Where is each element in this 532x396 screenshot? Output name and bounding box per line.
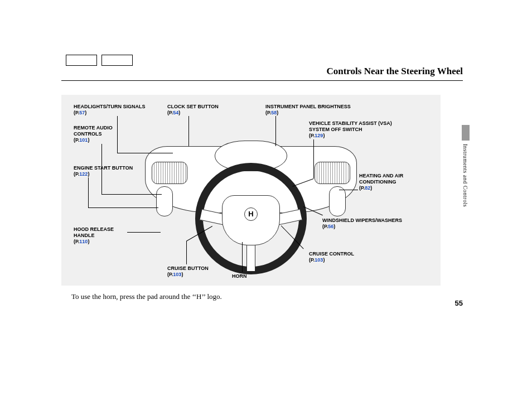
page-title: Controls Near the Steering Wheel [326,66,463,77]
label-vsa: VEHICLE STABILITY ASSIST (VSA) SYSTEM OF… [309,120,404,138]
label-hvac: HEATING AND AIR CONDITIONING (P.82) [359,173,426,191]
diagram-panel: H HEADLIGHTS/TURN SIGNALS (P.57) REMOTE … [61,95,441,286]
label-clock-set: CLOCK SET BUTTON (P.54) [167,104,219,116]
header-blank-boxes [66,55,133,66]
label-hood-release: HOOD RELEASE HANDLE (P.110) [74,226,129,244]
page-number: 55 [455,299,463,307]
section-label: Instruments and Controls [462,144,468,207]
label-wipers: WINDSHIELD WIPERS/WASHERS (P.56) [322,218,402,230]
label-cruise-control: CRUISE CONTROL (P.103) [309,251,354,263]
caption-text: To use the horn, press the pad around th… [71,292,222,301]
label-engine-start: ENGINE START BUTTON (P.122) [74,165,133,177]
section-tab [462,125,470,141]
label-cruise-button: CRUISE BUTTON (P.103) [167,265,209,278]
label-panel-brightness: INSTRUMENT PANEL BRIGHTNESS (P.58) [265,104,351,116]
h-logo-icon: H [244,207,258,221]
title-rule [61,80,463,81]
label-remote-audio: REMOTE AUDIO CONTROLS (P.101) [74,125,135,143]
label-horn: HORN [232,273,247,279]
label-headlights: HEADLIGHTS/TURN SIGNALS (P.57) [74,104,146,116]
